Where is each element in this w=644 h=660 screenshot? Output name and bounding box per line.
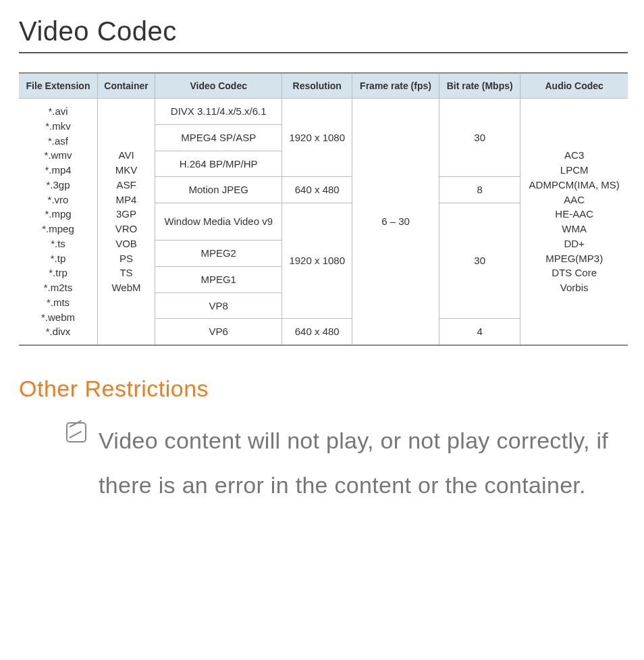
col-header-resolution: Resolution [282,73,352,99]
cell-file-extensions: *.avi*.mkv*.asf*.wmv*.mp4*.3gp*.vro*.mpg… [19,99,98,346]
list-value: 3GP [102,207,151,222]
list-value: *.wmv [23,148,93,163]
note-icon [66,422,86,442]
list-value: HE-AAC [525,207,624,222]
cell-bitrate-4: 4 [439,319,520,345]
cell-vcodec-mpeg2: MPEG2 [155,240,282,267]
list-value: DD+ [525,236,624,251]
list-value: MPEG(MP3) [525,251,624,266]
list-value: *.mp4 [23,163,93,178]
cell-bitrate-8: 8 [439,177,520,203]
cell-res-480-a: 640 x 480 [282,177,352,203]
cell-res-1080-b: 1920 x 1080 [282,203,352,319]
list-value: VOB [102,236,151,251]
list-value: *.tp [23,251,93,266]
cell-bitrate-30-b: 30 [439,203,520,319]
list-value: *.trp [23,265,93,280]
list-value: *.vro [23,193,93,207]
cell-vcodec-mpeg4: MPEG4 SP/ASP [155,124,282,151]
list-value: TS [102,265,151,280]
list-value: Vorbis [525,280,624,295]
section-title-other-restrictions: Other Restrictions [19,376,628,402]
list-value: AVI [102,148,151,163]
col-header-audio-codec: Audio Codec [520,73,628,99]
cell-fps-range: 6 – 30 [352,99,439,346]
list-value: MKV [102,163,151,178]
list-value: *.m2ts [23,280,93,295]
list-value: AC3 [525,148,624,163]
list-value: *.mpeg [23,222,93,236]
note-item: Video content will not play, or not play… [19,418,628,508]
col-header-frame-rate: Frame rate (fps) [352,73,439,99]
col-header-bit-rate: Bit rate (Mbps) [439,73,520,99]
col-header-extension: File Extension [19,73,98,99]
list-value: AAC [525,193,624,207]
col-header-container: Container [98,73,155,99]
video-codec-table: File Extension Container Video Codec Res… [19,72,628,346]
note-text: Video content will not play, or not play… [99,418,628,508]
cell-vcodec-wmv9: Window Media Video v9 [155,203,282,240]
list-value: *.mts [23,295,93,310]
list-value: PS [102,251,151,266]
cell-vcodec-mjpeg: Motion JPEG [155,177,282,203]
list-value: *.3gp [23,178,93,193]
list-value: WebM [102,280,151,295]
list-value: *.avi [23,104,93,119]
list-value: WMA [525,222,624,236]
cell-res-480-b: 640 x 480 [282,319,352,345]
page-title: Video Codec [19,16,628,53]
list-value: *.divx [23,324,93,339]
cell-containers: AVIMKVASFMP43GPVROVOBPSTSWebM [98,99,155,346]
list-value: VRO [102,222,151,236]
cell-bitrate-30-a: 30 [439,99,520,177]
cell-vcodec-divx: DIVX 3.11/4.x/5.x/6.1 [155,99,282,125]
list-value: ASF [102,178,151,193]
list-value: *.mpg [23,207,93,222]
cell-vcodec-vp6: VP6 [155,319,282,345]
list-value: DTS Core [525,265,624,280]
list-value: MP4 [102,193,151,207]
list-value: *.asf [23,134,93,149]
list-value: LPCM [525,163,624,178]
col-header-video-codec: Video Codec [155,73,282,99]
cell-audio-codecs: AC3LPCMADMPCM(IMA, MS)AACHE-AACWMADD+MPE… [520,99,628,346]
cell-vcodec-h264: H.264 BP/MP/HP [155,151,282,177]
list-value: ADMPCM(IMA, MS) [525,178,624,193]
cell-res-1080-a: 1920 x 1080 [282,99,352,177]
cell-vcodec-vp8: VP8 [155,293,282,319]
cell-vcodec-mpeg1: MPEG1 [155,266,282,293]
list-value: *.mkv [23,119,93,134]
list-value: *.ts [23,236,93,251]
list-value: *.webm [23,310,93,325]
